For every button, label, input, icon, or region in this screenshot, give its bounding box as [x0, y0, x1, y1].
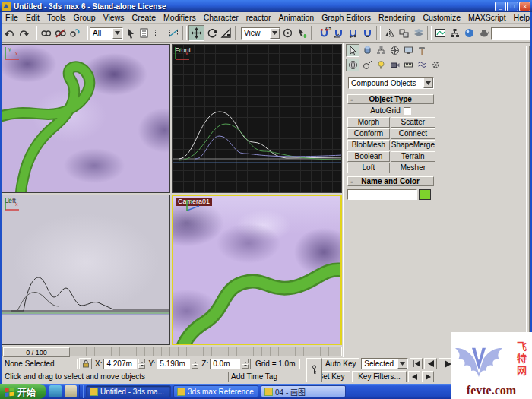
tab-display-icon[interactable] [402, 45, 414, 56]
menu-item[interactable]: Tools [43, 13, 70, 22]
previous-frame-button[interactable] [424, 358, 437, 369]
time-slider[interactable]: 0 / 100 [2, 347, 342, 356]
quick-launch-icon[interactable] [49, 385, 62, 397]
menu-item[interactable]: Views [100, 13, 128, 22]
viewport-front[interactable]: Front xy [172, 44, 342, 193]
schematic-view-icon[interactable] [448, 26, 462, 40]
reference-coordinate-dropdown[interactable]: View [241, 27, 280, 40]
select-and-move-icon[interactable] [188, 25, 204, 41]
object-type-button[interactable]: Terrain [391, 151, 435, 162]
category-cameras-icon[interactable] [388, 59, 401, 71]
object-type-button[interactable]: BlobMesh [347, 140, 390, 150]
menu-item[interactable]: MAXScript [464, 13, 510, 22]
use-pivot-center-icon[interactable] [280, 26, 295, 40]
object-type-button[interactable]: ShapeMerge [391, 140, 435, 150]
rollout-name-and-color[interactable]: - Name and Color [347, 176, 434, 186]
category-dropdown[interactable]: Compound Objects [348, 77, 434, 89]
menu-item[interactable]: Graph Editors [318, 13, 375, 22]
minimize-button[interactable]: _ [495, 2, 506, 11]
tab-motion-icon[interactable] [388, 45, 401, 56]
select-and-manipulate-icon[interactable] [295, 26, 309, 40]
selection-filter-dropdown[interactable]: All [90, 27, 123, 40]
unlink-selection-icon[interactable] [53, 26, 68, 40]
taskbar-task-button[interactable]: 3ds max Reference [173, 385, 258, 397]
undo-icon[interactable] [2, 26, 17, 40]
align-icon[interactable] [397, 26, 411, 40]
menu-item[interactable]: File [2, 13, 22, 22]
select-object-icon[interactable] [123, 26, 138, 40]
object-type-button[interactable]: Conform [347, 128, 390, 139]
key-filters-button[interactable]: Key Filters... [352, 371, 407, 382]
menu-item[interactable]: Animation [274, 13, 318, 22]
rectangular-selection-region-icon[interactable] [152, 26, 166, 40]
category-geometry-icon[interactable] [346, 59, 359, 71]
watermark-site-url[interactable]: fevte.com [451, 384, 532, 397]
viewport-perspective[interactable]: xy [2, 44, 170, 193]
next-key-button[interactable] [422, 371, 434, 382]
auto-key-button[interactable]: Auto Key [321, 358, 359, 369]
object-type-button[interactable]: Mesher [391, 163, 435, 173]
maximize-button[interactable]: □ [507, 2, 518, 11]
category-helpers-icon[interactable] [402, 59, 414, 71]
menu-item[interactable]: Customize [419, 13, 464, 22]
select-and-link-icon[interactable] [39, 26, 53, 40]
previous-key-button[interactable] [408, 371, 420, 382]
tab-modify-icon[interactable] [361, 45, 373, 56]
taskbar-task-button[interactable]: Untitled - 3ds ma... [86, 385, 171, 397]
rollout-object-type[interactable]: - Object Type [347, 94, 434, 104]
start-button[interactable]: 开始 [0, 384, 46, 399]
go-to-start-button[interactable] [410, 358, 423, 369]
x-coordinate-field[interactable]: 4.207m [103, 359, 137, 369]
taskbar-task-button[interactable]: 04 - 画图 [261, 385, 346, 397]
menu-item[interactable]: Create [128, 13, 160, 22]
tab-create-icon[interactable] [346, 44, 359, 57]
selection-lock-button[interactable] [79, 358, 92, 369]
object-type-button[interactable]: Scatter [391, 117, 435, 128]
add-time-tag[interactable]: Add Time Tag [228, 372, 293, 382]
curve-editor-icon[interactable] [433, 26, 448, 40]
close-button[interactable]: × [519, 2, 530, 11]
object-color-swatch[interactable] [419, 189, 431, 200]
menu-item[interactable]: Character [200, 13, 242, 22]
layer-manager-icon[interactable] [411, 26, 426, 40]
angle-snap-icon[interactable] [331, 26, 346, 40]
object-type-button[interactable]: Loft [347, 163, 390, 173]
category-shapes-icon[interactable] [361, 59, 373, 71]
autogrid-checkbox[interactable] [404, 107, 411, 115]
menu-item[interactable]: Edit [22, 13, 43, 22]
select-and-scale-icon[interactable] [219, 26, 233, 40]
bind-to-space-warp-icon[interactable] [68, 26, 82, 40]
y-coordinate-field[interactable]: 5.198m [157, 359, 190, 369]
snap-toggle-icon[interactable]: 2.5 [317, 26, 331, 40]
window-crossing-icon[interactable] [166, 26, 181, 40]
spinner-snap-icon[interactable] [360, 26, 375, 40]
z-coordinate-field[interactable]: 0.0m [210, 359, 240, 369]
select-and-rotate-icon[interactable] [204, 26, 219, 40]
menu-item[interactable]: reactor [242, 13, 275, 22]
object-type-button[interactable]: Connect [391, 128, 435, 139]
mirror-icon[interactable] [382, 26, 397, 40]
tab-utilities-icon[interactable] [416, 45, 428, 56]
keyboard-override-key-button[interactable] [306, 358, 322, 382]
z-spinner[interactable] [242, 359, 249, 369]
time-slider-handle[interactable]: 0 / 100 [3, 347, 70, 357]
category-space-warps-icon[interactable] [416, 59, 428, 71]
render-scene-icon[interactable] [477, 26, 491, 40]
x-spinner[interactable] [138, 359, 145, 369]
menu-item[interactable]: Help [510, 13, 532, 22]
named-selection-sets-dropdown[interactable] [491, 27, 532, 40]
redo-icon[interactable] [17, 26, 31, 40]
viewport-left[interactable]: Left xy [2, 195, 170, 345]
menu-item[interactable]: Rendering [375, 13, 419, 22]
percent-snap-icon[interactable] [346, 26, 360, 40]
object-name-input[interactable] [347, 189, 417, 200]
menu-item[interactable]: Group [70, 13, 100, 22]
menu-item[interactable]: Modifiers [160, 13, 200, 22]
object-type-button[interactable]: Morph [347, 117, 390, 128]
viewport-camera01[interactable]: Camera01 z [172, 195, 342, 345]
category-lights-icon[interactable] [375, 59, 387, 71]
y-spinner[interactable] [192, 359, 198, 369]
tab-hierarchy-icon[interactable] [375, 45, 387, 56]
material-editor-icon[interactable] [462, 26, 477, 40]
object-type-button[interactable]: Boolean [347, 151, 390, 162]
